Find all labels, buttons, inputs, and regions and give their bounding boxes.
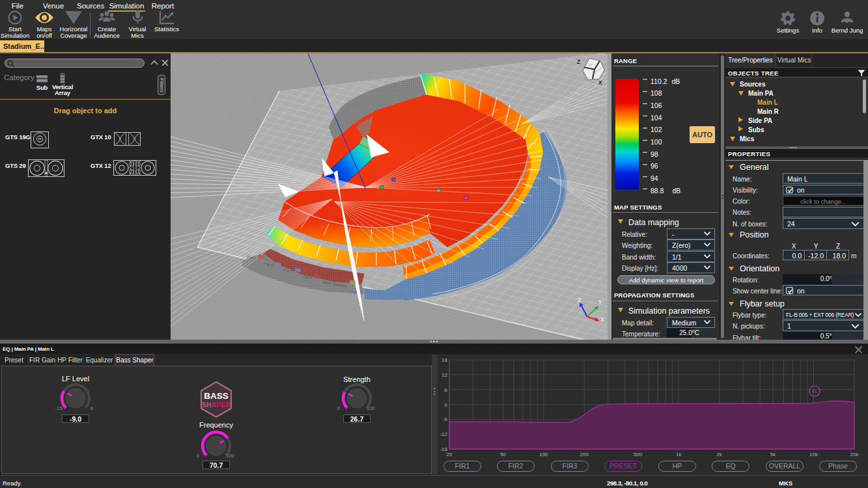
svg-text:6: 6 <box>445 387 448 393</box>
svg-text:10k: 10k <box>809 452 819 457</box>
svg-text:X: X <box>600 316 604 323</box>
svg-text:5k: 5k <box>770 452 776 457</box>
svg-text:18: 18 <box>441 357 447 363</box>
svg-text:-6: -6 <box>443 416 448 422</box>
svg-text:FL: FL <box>812 389 817 394</box>
svg-text:500: 500 <box>634 452 643 457</box>
svg-text:50: 50 <box>500 452 506 457</box>
svg-text:Y: Y <box>598 299 602 305</box>
svg-text:Z: Z <box>578 297 581 303</box>
svg-text:20: 20 <box>447 452 453 457</box>
svg-text:0: 0 <box>445 402 448 408</box>
svg-text:20k: 20k <box>850 452 860 457</box>
svg-text:BASS: BASS <box>204 391 229 401</box>
svg-text:X: X <box>598 79 602 86</box>
svg-text:1k: 1k <box>676 452 682 457</box>
svg-text:SHAPER: SHAPER <box>202 401 231 409</box>
svg-text:-12: -12 <box>440 431 447 437</box>
svg-text:Z: Z <box>577 59 580 65</box>
svg-text:200: 200 <box>580 452 589 457</box>
svg-text:100: 100 <box>539 452 548 457</box>
svg-text:12: 12 <box>441 372 447 378</box>
svg-text:2k: 2k <box>716 452 722 457</box>
